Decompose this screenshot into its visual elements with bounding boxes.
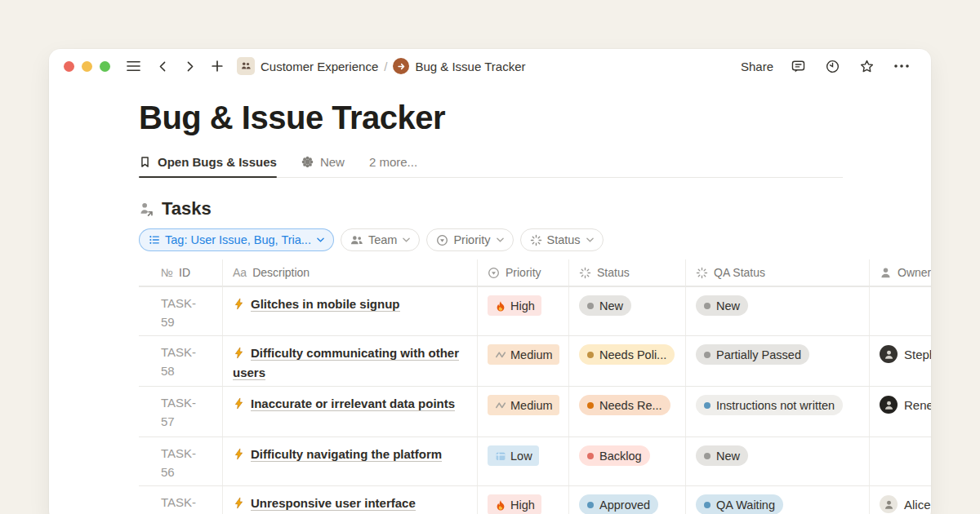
task-description-cell[interactable]: Difficulty navigating the platform: [223, 437, 478, 485]
flower-badge-icon: [301, 156, 314, 168]
table-row: TASK-57 Inaccurate or irrelevant data po…: [139, 386, 931, 436]
task-link[interactable]: Difficulty navigating the platform: [251, 447, 442, 462]
task-id-cell[interactable]: TASK-55: [139, 486, 223, 514]
task-description-cell[interactable]: Difficulty communicating with other user…: [223, 336, 478, 386]
task-id-cell[interactable]: TASK-56: [139, 437, 223, 485]
person-icon: [880, 267, 892, 279]
column-header-priority[interactable]: Priority: [478, 259, 569, 286]
new-page-icon[interactable]: [209, 58, 225, 74]
status-badge[interactable]: New: [579, 295, 631, 316]
task-link[interactable]: Difficulty communicating with other user…: [233, 346, 459, 380]
burst-icon: [696, 267, 708, 279]
workspace-people-icon: [237, 57, 255, 75]
owner-cell[interactable]: [870, 437, 931, 485]
list-icon: [149, 234, 160, 246]
forward-icon[interactable]: [182, 59, 198, 74]
breadcrumb-page[interactable]: Bug & Issue Tracker: [415, 60, 525, 73]
status-badge[interactable]: Needs Poli...: [579, 344, 675, 365]
status-dot: [704, 453, 710, 459]
breadcrumb-divider: /: [384, 60, 387, 73]
tab-open-bugs-issues[interactable]: Open Bugs & Issues: [139, 155, 277, 177]
qa-status-badge[interactable]: Instructions not written: [696, 395, 843, 415]
task-link[interactable]: Inaccurate or irrelevant data points: [251, 397, 455, 411]
filter-priority[interactable]: Priority: [426, 228, 513, 251]
status-dot: [704, 402, 710, 409]
task-description-cell[interactable]: Unresponsive user interface: [223, 486, 478, 514]
zigzag-icon: [495, 400, 506, 411]
status-dot: [704, 303, 710, 309]
task-id-cell[interactable]: TASK-59: [139, 287, 223, 335]
task-link[interactable]: Glitches in mobile signup: [251, 297, 400, 312]
more-options-icon[interactable]: [892, 62, 911, 70]
status-cell: Needs Poli...: [569, 336, 686, 386]
status-cell: Needs Re...: [569, 387, 686, 436]
comments-icon[interactable]: [789, 57, 808, 76]
column-header-owner[interactable]: Owner: [870, 259, 931, 286]
table-row: TASK-56 Difficulty navigating the platfo…: [139, 436, 931, 485]
minimize-window-button[interactable]: [82, 61, 92, 72]
priority-badge[interactable]: High: [488, 494, 541, 514]
column-header-description[interactable]: Aa Description: [223, 259, 478, 286]
status-dot: [587, 303, 594, 309]
priority-badge[interactable]: Medium: [488, 344, 559, 365]
status-dot: [587, 402, 594, 409]
qa-status-badge[interactable]: New: [696, 295, 748, 316]
status-badge[interactable]: Approved: [579, 494, 658, 514]
share-button[interactable]: Share: [741, 60, 773, 73]
owner-name: Steph: [904, 348, 931, 361]
priority-badge[interactable]: Medium: [488, 395, 559, 415]
filter-status[interactable]: Status: [520, 228, 604, 251]
priority-cell: Low: [478, 437, 569, 485]
lightning-icon: [233, 347, 245, 359]
app-window: Customer Experience / Bug & Issue Tracke…: [49, 49, 931, 514]
task-description-cell[interactable]: Inaccurate or irrelevant data points: [223, 387, 478, 436]
owner-cell[interactable]: Alice: [870, 486, 931, 514]
zoom-window-button[interactable]: [100, 61, 110, 72]
table-row: TASK-55 Unresponsive user interface High: [139, 485, 931, 514]
filter-team[interactable]: Team: [341, 228, 420, 251]
task-id-cell[interactable]: TASK-57: [139, 387, 223, 436]
page-title: Bug & Issue Tracker: [139, 98, 931, 137]
priority-badge[interactable]: Low: [488, 445, 539, 466]
status-badge[interactable]: Needs Re...: [579, 395, 670, 415]
owner-cell[interactable]: [870, 287, 931, 335]
owner-cell[interactable]: Rene: [870, 387, 931, 436]
qa-status-badge[interactable]: New: [696, 445, 748, 466]
filter-bar: Tag: User Issue, Bug, Tria... Team Prior: [139, 228, 931, 251]
column-header-id[interactable]: № ID: [139, 259, 223, 286]
status-badge[interactable]: Backlog: [579, 445, 650, 466]
text-type-icon: Aa: [233, 266, 247, 279]
column-header-status[interactable]: Status: [569, 259, 686, 286]
task-link[interactable]: Unresponsive user interface: [251, 496, 416, 511]
avatar: [880, 345, 898, 363]
avatar: [880, 396, 898, 414]
tab-more[interactable]: 2 more...: [369, 155, 417, 177]
back-icon[interactable]: [155, 59, 171, 74]
filter-tag[interactable]: Tag: User Issue, Bug, Tria...: [139, 228, 334, 251]
owner-cell[interactable]: Steph: [870, 336, 931, 386]
status-cell: Backlog: [569, 437, 686, 485]
chevron-down-icon: [586, 237, 594, 242]
breadcrumb-workspace[interactable]: Customer Experience: [261, 60, 378, 73]
history-clock-icon[interactable]: [823, 57, 842, 76]
table-row: TASK-59 Glitches in mobile signup High: [139, 286, 931, 335]
zigzag-icon: [495, 349, 506, 361]
priority-badge[interactable]: High: [488, 295, 541, 316]
flame-icon: [495, 300, 506, 312]
favorite-star-icon[interactable]: [858, 57, 876, 76]
traffic-lights: [64, 61, 110, 72]
qa-status-badge[interactable]: Partially Passed: [696, 344, 809, 365]
qa-status-badge[interactable]: QA Waiting: [696, 494, 783, 514]
sidebar-menu-icon[interactable]: [125, 59, 142, 73]
task-description-cell[interactable]: Glitches in mobile signup: [223, 287, 478, 335]
close-window-button[interactable]: [64, 61, 74, 72]
task-id-cell[interactable]: TASK-58: [139, 336, 223, 386]
view-tabs: Open Bugs & Issues New 2 more...: [139, 155, 843, 178]
column-header-qa-status[interactable]: QA Status: [686, 259, 870, 286]
lightning-icon: [233, 397, 245, 410]
window-toolbar: Customer Experience / Bug & Issue Tracke…: [49, 49, 931, 83]
lightning-icon: [233, 298, 245, 310]
tab-new[interactable]: New: [301, 155, 345, 177]
priority-cell: Medium: [478, 336, 569, 386]
status-dot: [587, 352, 594, 358]
